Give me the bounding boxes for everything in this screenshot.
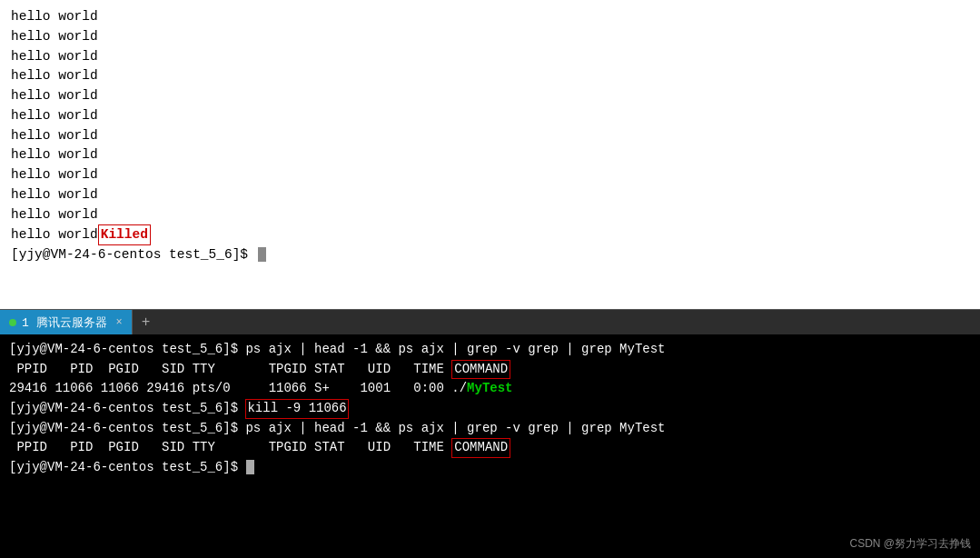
terminal-bottom: [yjy@VM-24-6-centos test_5_6]$ ps ajx | … [0, 334, 980, 558]
bottom-line-3: 29416 11066 11066 29416 pts/0 11066 S+ 1… [9, 379, 971, 399]
tab-server[interactable]: 1 腾讯云服务器 × [0, 310, 133, 334]
tab-label: 1 腾讯云服务器 [22, 314, 107, 331]
hello-line-3: hello world [11, 47, 969, 67]
command-box-2: COMMAND [451, 438, 510, 458]
bottom-line-7: [yjy@VM-24-6-centos test_5_6]$ [9, 458, 971, 478]
hello-line-7: hello world [11, 126, 969, 146]
killed-line: hello worldKilled [11, 224, 969, 245]
hello-line-4: hello world [11, 66, 969, 86]
hello-line-10: hello world [11, 185, 969, 205]
hello-line-6: hello world [11, 106, 969, 126]
top-prompt-line: [yjy@VM-24-6-centos test_5_6]$ [11, 245, 969, 265]
bottom-line-6: PPID PID PGID SID TTY TPGID STAT UID TIM… [9, 438, 971, 458]
bottom-line-1: [yjy@VM-24-6-centos test_5_6]$ ps ajx | … [9, 340, 971, 360]
bottom-cursor [246, 460, 254, 474]
hello-line-8: hello world [11, 145, 969, 165]
kill-command-box: kill -9 11066 [245, 399, 348, 419]
terminal-top: hello world hello world hello world hell… [0, 0, 980, 309]
hello-line-5: hello world [11, 86, 969, 106]
watermark: CSDN @努力学习去挣钱 [849, 535, 971, 553]
command-box-1: COMMAND [451, 360, 510, 380]
bottom-line-2: PPID PID PGID SID TTY TPGID STAT UID TIM… [9, 360, 971, 380]
hello-line-2: hello world [11, 27, 969, 47]
top-cursor [258, 247, 266, 262]
bottom-line-5: [yjy@VM-24-6-centos test_5_6]$ ps ajx | … [9, 419, 971, 439]
mytest-link: MyTest [467, 381, 512, 395]
hello-line-9: hello world [11, 165, 969, 185]
bottom-line-4: [yjy@VM-24-6-centos test_5_6]$ kill -9 1… [9, 399, 971, 419]
tab-close-icon[interactable]: × [116, 316, 123, 329]
killed-badge: Killed [98, 224, 151, 244]
tab-dot [9, 319, 16, 326]
hello-line-1: hello world [11, 7, 969, 27]
hello-line-11: hello world [11, 205, 969, 225]
tab-add-button[interactable]: + [133, 310, 160, 334]
tab-bar: 1 腾讯云服务器 × + [0, 309, 980, 334]
